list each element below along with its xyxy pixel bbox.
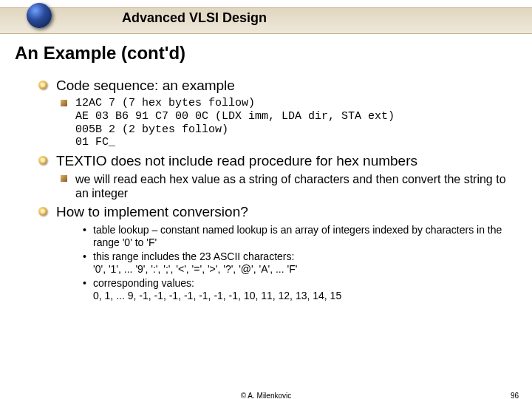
globe-icon [27, 3, 52, 28]
conv-sub-0: •table lookup – constant named lookup is… [93, 224, 514, 249]
bullet-textio-sub: we will read each hex value as a string … [75, 172, 514, 200]
conv-sub-0-text: table lookup – constant named lookup is … [93, 224, 502, 248]
conv-sub-2-text: corresponding values:0, 1, ... 9, -1, -1… [93, 277, 341, 301]
page-number: 96 [511, 392, 519, 399]
code-block: 12AC 7 (7 hex bytes follow)AE 03 B6 91 C… [75, 97, 514, 149]
slide-content: Code sequence: an example 12AC 7 (7 hex … [38, 74, 514, 304]
conv-sub-2: •corresponding values:0, 1, ... 9, -1, -… [93, 277, 514, 302]
bullet-code-sequence: Code sequence: an example [56, 77, 514, 94]
conv-sub-1-text: this range includes the 23 ASCII charact… [93, 250, 297, 275]
bullet-conversion: How to implement conversion? [56, 203, 514, 220]
header: Advanced VLSI Design [0, 0, 532, 38]
slide: Advanced VLSI Design An Example (cont'd)… [0, 0, 532, 399]
conv-sub-1: •this range includes the 23 ASCII charac… [93, 250, 514, 276]
copyright: © A. Milenkovic [241, 392, 292, 399]
slide-title: An Example (cont'd) [15, 43, 185, 64]
bullet-textio: TEXTIO does not include read procedure f… [56, 152, 514, 169]
deck-title: Advanced VLSI Design [122, 10, 267, 26]
